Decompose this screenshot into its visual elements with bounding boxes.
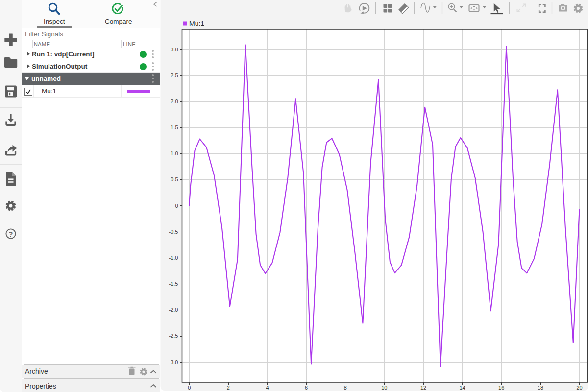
svg-text:8: 8 bbox=[344, 385, 347, 391]
svg-text:10: 10 bbox=[381, 385, 387, 391]
svg-text:2.5: 2.5 bbox=[171, 73, 178, 78]
svg-text:-2.5: -2.5 bbox=[169, 333, 178, 339]
svg-text:6: 6 bbox=[305, 385, 308, 391]
svg-text:4: 4 bbox=[266, 385, 269, 391]
svg-text:16: 16 bbox=[498, 385, 504, 391]
svg-text:-0.5: -0.5 bbox=[169, 229, 178, 235]
svg-text:-1.0: -1.0 bbox=[169, 255, 178, 261]
svg-text:-2.0: -2.0 bbox=[169, 307, 178, 313]
svg-text:3.0: 3.0 bbox=[171, 47, 178, 52]
svg-text:-3.0: -3.0 bbox=[169, 359, 178, 365]
svg-text:12: 12 bbox=[420, 385, 426, 391]
svg-text:-1.5: -1.5 bbox=[169, 281, 178, 287]
svg-text:2.0: 2.0 bbox=[171, 98, 178, 104]
svg-text:2: 2 bbox=[227, 385, 230, 391]
svg-text:Mu:1: Mu:1 bbox=[189, 20, 204, 27]
svg-text:0: 0 bbox=[175, 203, 178, 209]
svg-text:?: ? bbox=[9, 230, 13, 238]
svg-text:1.0: 1.0 bbox=[171, 150, 178, 156]
svg-text:0.5: 0.5 bbox=[171, 176, 178, 182]
svg-text:0: 0 bbox=[188, 385, 191, 391]
svg-text:18: 18 bbox=[538, 385, 543, 391]
svg-text:14: 14 bbox=[459, 385, 465, 391]
svg-text:20: 20 bbox=[576, 385, 582, 391]
svg-text:1.5: 1.5 bbox=[171, 124, 178, 130]
